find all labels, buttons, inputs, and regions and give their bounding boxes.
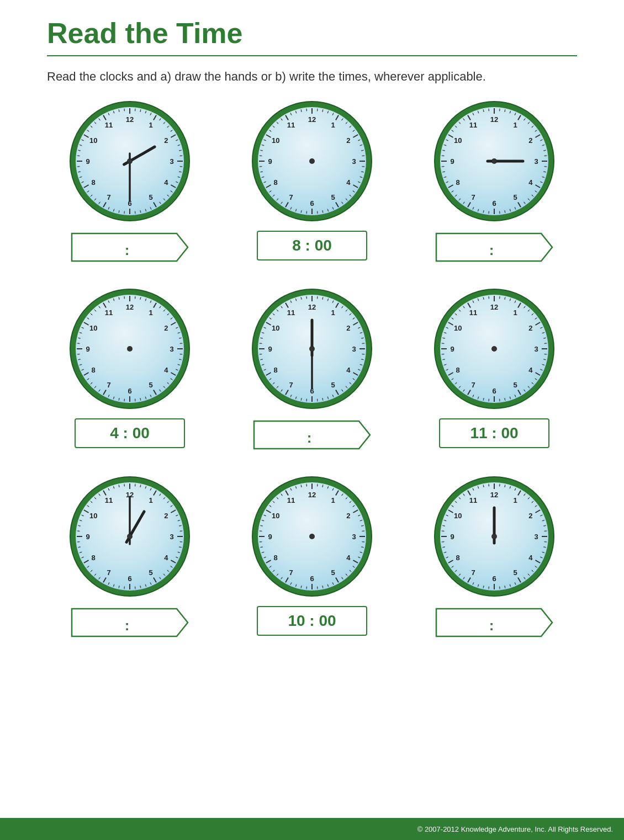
svg-point-838 bbox=[145, 584, 146, 586]
svg-point-354 bbox=[452, 130, 453, 131]
svg-point-732 bbox=[447, 327, 448, 328]
svg-point-724 bbox=[452, 379, 453, 380]
svg-point-840 bbox=[135, 587, 136, 588]
svg-point-716 bbox=[499, 399, 500, 400]
svg-point-566 bbox=[322, 298, 323, 299]
svg-point-581 bbox=[353, 379, 354, 380]
svg-point-91 bbox=[95, 199, 96, 200]
svg-text:1: 1 bbox=[149, 121, 152, 129]
svg-point-980 bbox=[261, 541, 262, 543]
svg-point-982 bbox=[261, 525, 262, 527]
svg-text:4: 4 bbox=[164, 178, 168, 187]
svg-text:2: 2 bbox=[164, 136, 168, 145]
svg-point-322 bbox=[541, 140, 542, 141]
svg-point-955 bbox=[362, 525, 363, 527]
svg-point-331 bbox=[532, 195, 533, 196]
svg-point-455 bbox=[178, 364, 179, 365]
svg-point-191 bbox=[322, 110, 323, 111]
svg-text:5: 5 bbox=[149, 193, 152, 201]
time-box: 10 : 00 bbox=[257, 606, 367, 636]
svg-text::: : bbox=[307, 429, 312, 446]
svg-point-850 bbox=[81, 552, 82, 553]
svg-text:8: 8 bbox=[274, 178, 278, 187]
clock-cell-7: 121234567891011 : bbox=[47, 476, 213, 641]
svg-point-961 bbox=[353, 566, 354, 567]
svg-point-951 bbox=[350, 502, 351, 503]
time-label-2: 8 : 00 bbox=[257, 231, 367, 260]
footer: © 2007-2012 Knowledge Adventure, Inc. Al… bbox=[0, 818, 624, 840]
svg-point-478 bbox=[79, 338, 80, 339]
svg-point-84 bbox=[140, 211, 141, 212]
svg-point-819 bbox=[145, 487, 146, 488]
svg-point-837 bbox=[150, 583, 151, 584]
svg-point-842 bbox=[119, 586, 120, 587]
svg-point-575 bbox=[362, 338, 363, 339]
svg-point-1080 bbox=[544, 530, 546, 531]
svg-point-712 bbox=[524, 390, 525, 391]
svg-point-611 bbox=[301, 298, 302, 299]
svg-point-582 bbox=[350, 382, 351, 384]
svg-text:2: 2 bbox=[164, 512, 168, 520]
svg-point-607 bbox=[277, 310, 278, 311]
svg-point-825 bbox=[176, 515, 177, 516]
svg-text:11: 11 bbox=[105, 121, 113, 129]
divider bbox=[47, 55, 577, 56]
svg-point-1086 bbox=[532, 570, 533, 571]
svg-point-337 bbox=[499, 211, 500, 212]
clock-5: 121234567891011 bbox=[251, 288, 373, 410]
clock-1: 121234567891011 bbox=[69, 100, 191, 222]
svg-point-318 bbox=[524, 119, 525, 120]
svg-point-227 bbox=[261, 150, 262, 151]
svg-point-78 bbox=[171, 191, 172, 192]
clock-7: 121234567891011 bbox=[69, 476, 191, 597]
svg-point-945 bbox=[317, 485, 318, 486]
svg-point-90 bbox=[99, 202, 100, 203]
svg-point-826 bbox=[178, 520, 179, 521]
svg-point-954 bbox=[360, 520, 361, 521]
svg-point-479 bbox=[81, 332, 82, 333]
svg-point-68 bbox=[167, 126, 168, 127]
svg-text:9: 9 bbox=[450, 157, 454, 166]
svg-point-952 bbox=[353, 506, 354, 507]
svg-text:1: 1 bbox=[149, 496, 152, 504]
svg-point-576 bbox=[362, 343, 363, 344]
svg-point-1072 bbox=[515, 489, 516, 490]
svg-point-709 bbox=[535, 379, 536, 380]
svg-text:1: 1 bbox=[331, 121, 335, 129]
svg-point-1131 bbox=[492, 534, 496, 539]
clock-9: 121234567891011 bbox=[433, 476, 555, 597]
svg-text:5: 5 bbox=[513, 193, 517, 201]
svg-point-604 bbox=[265, 327, 266, 328]
svg-point-585 bbox=[332, 395, 334, 396]
svg-point-970 bbox=[301, 586, 302, 587]
svg-point-86 bbox=[124, 211, 125, 212]
svg-point-861 bbox=[108, 489, 109, 490]
clock-cell-3: 121234567891011 : bbox=[411, 100, 577, 266]
svg-point-461 bbox=[150, 395, 151, 396]
svg-point-594 bbox=[277, 386, 278, 387]
svg-point-1109 bbox=[452, 506, 453, 507]
svg-point-344 bbox=[456, 195, 457, 196]
clock-8: 121234567891011 bbox=[251, 476, 373, 597]
svg-point-714 bbox=[510, 397, 511, 398]
svg-point-376 bbox=[492, 159, 496, 163]
svg-point-96 bbox=[79, 171, 80, 172]
svg-point-730 bbox=[443, 338, 445, 339]
svg-text:10: 10 bbox=[89, 136, 97, 145]
svg-point-586 bbox=[327, 397, 329, 398]
svg-point-446 bbox=[163, 310, 165, 311]
instructions: Read the clocks and a) draw the hands or… bbox=[47, 70, 577, 84]
svg-text:12: 12 bbox=[308, 491, 316, 499]
svg-point-703 bbox=[544, 338, 545, 339]
svg-text:11: 11 bbox=[469, 121, 477, 129]
svg-point-71 bbox=[178, 145, 179, 146]
svg-point-735 bbox=[459, 310, 461, 311]
svg-point-223 bbox=[263, 177, 264, 178]
svg-point-697 bbox=[524, 307, 525, 308]
svg-point-984 bbox=[265, 515, 266, 516]
svg-point-728 bbox=[443, 354, 444, 355]
svg-text:6: 6 bbox=[310, 199, 314, 208]
svg-point-197 bbox=[353, 130, 354, 131]
svg-point-715 bbox=[504, 398, 505, 400]
svg-text:4: 4 bbox=[528, 366, 533, 374]
